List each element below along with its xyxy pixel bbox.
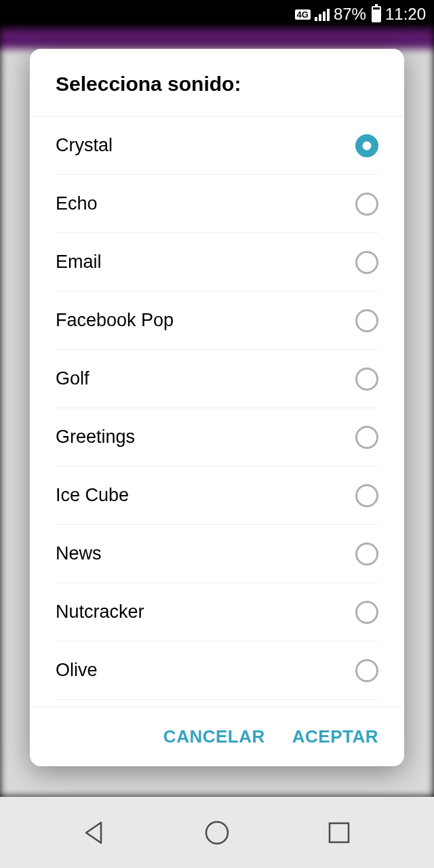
sound-option-label: Crystal (56, 135, 113, 156)
radio-icon[interactable] (355, 659, 378, 682)
sound-option-row[interactable]: Olive (56, 642, 378, 700)
accept-button[interactable]: ACEPTAR (292, 726, 378, 747)
sound-option-row[interactable]: Golf (56, 350, 378, 408)
svg-rect-1 (330, 823, 349, 842)
cancel-button[interactable]: CANCELAR (163, 726, 265, 747)
radio-icon[interactable] (355, 193, 378, 216)
radio-icon[interactable] (355, 426, 378, 449)
sound-option-row[interactable]: Nutcracker (56, 583, 378, 642)
sound-option-label: Golf (56, 368, 90, 389)
sound-option-label: News (56, 543, 102, 564)
sound-select-dialog: Selecciona sonido: CrystalEchoEmailFaceb… (30, 49, 404, 766)
radio-icon[interactable] (355, 134, 378, 157)
radio-icon[interactable] (355, 542, 378, 566)
signal-icon (315, 7, 330, 21)
back-button[interactable] (81, 818, 109, 847)
sound-option-label: Olive (56, 660, 98, 681)
nav-bar (0, 797, 434, 868)
clock: 11:20 (385, 5, 426, 24)
recent-button[interactable] (325, 818, 353, 847)
status-bar: 4G 87% 11:20 (0, 0, 434, 28)
sound-option-row[interactable]: Facebook Pop (56, 292, 378, 350)
sound-option-label: Ice Cube (56, 485, 129, 506)
dialog-title: Selecciona sonido: (30, 49, 404, 117)
sound-option-label: Facebook Pop (56, 310, 174, 331)
sound-option-label: Greetings (56, 427, 135, 448)
sound-option-label: Email (56, 252, 102, 273)
radio-icon[interactable] (355, 309, 378, 332)
home-button[interactable] (203, 818, 231, 847)
sound-option-row[interactable]: Email (56, 233, 378, 292)
sound-option-row[interactable]: Echo (56, 175, 378, 233)
radio-icon[interactable] (355, 484, 378, 507)
sound-option-row[interactable]: Greetings (56, 408, 378, 467)
svg-point-0 (206, 822, 228, 844)
battery-icon (372, 6, 381, 22)
dialog-actions: CANCELAR ACEPTAR (30, 707, 404, 766)
battery-percent: 87% (334, 5, 366, 24)
sound-option-list[interactable]: CrystalEchoEmailFacebook PopGolfGreeting… (30, 117, 404, 707)
sound-option-row[interactable]: Crystal (56, 117, 378, 175)
sound-option-row[interactable]: Ice Cube (56, 467, 378, 525)
radio-icon[interactable] (355, 368, 378, 391)
sound-option-label: Echo (56, 193, 98, 214)
sound-option-label: Nutcracker (56, 601, 144, 623)
radio-icon[interactable] (355, 601, 378, 624)
radio-icon[interactable] (355, 251, 378, 274)
network-4g-icon: 4G (295, 9, 311, 20)
sound-option-row[interactable]: News (56, 525, 378, 583)
